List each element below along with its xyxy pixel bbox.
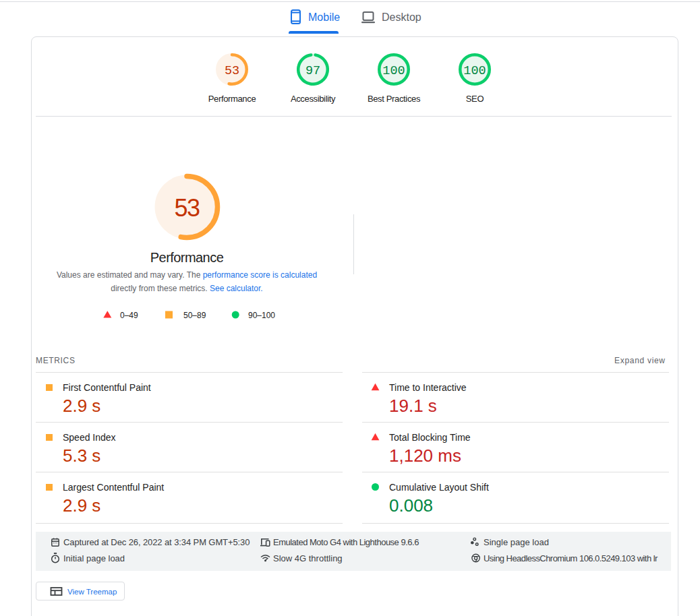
svg-text:50–89: 50–89 [183,311,206,320]
svg-text:53: 53 [225,64,239,78]
svg-text:100: 100 [463,64,486,78]
svg-text:97: 97 [305,64,320,78]
svg-text:0–49: 0–49 [120,311,138,320]
svg-text:100: 100 [382,64,405,78]
svg-text:90–100: 90–100 [248,311,275,320]
